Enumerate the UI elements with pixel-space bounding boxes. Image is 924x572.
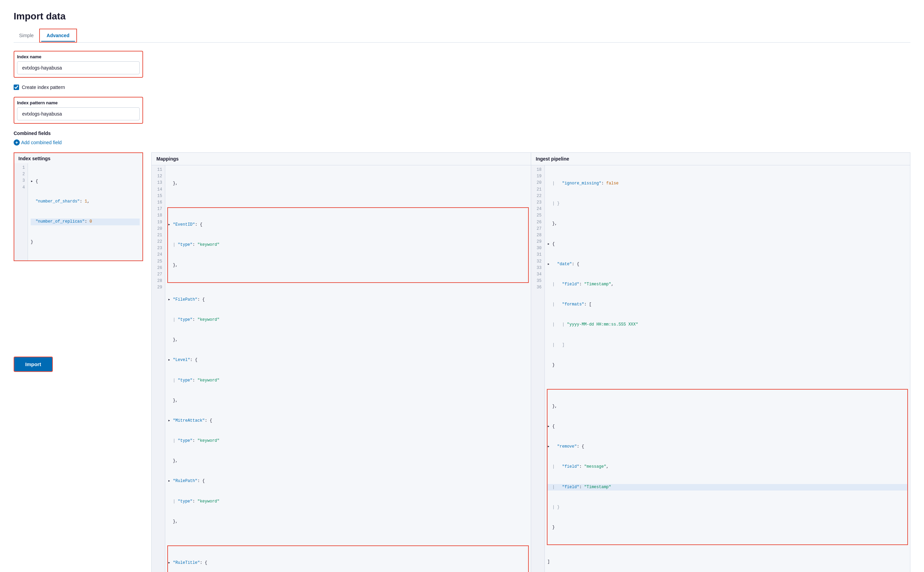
ingest-line-numbers: 18 19 20 21 22 23 24 25 26 27 28 29 30 3…: [531, 165, 545, 572]
code-line: },: [168, 337, 528, 343]
code-line: | "field": "Timestamp",: [547, 281, 908, 288]
left-section: Index settings 1 2 3 4 ▸ { "number_of_sh…: [14, 152, 143, 372]
index-name-label: Index name: [17, 54, 140, 59]
code-line: },: [547, 221, 908, 227]
code-line: }: [31, 239, 140, 246]
code-line: ▸ "remove": {: [547, 443, 908, 450]
index-settings-header: Index settings: [14, 153, 143, 163]
code-line: | "type": "keyword": [168, 242, 528, 248]
code-line: "number_of_shards": 1,: [31, 198, 140, 205]
ingest-code-body: 18 19 20 21 22 23 24 25 26 27 28 29 30 3…: [531, 165, 910, 572]
index-settings-code: 1 2 3 4 ▸ { "number_of_shards": 1, "numb…: [14, 163, 143, 260]
code-line: },: [168, 180, 528, 187]
code-line: ]: [547, 559, 908, 565]
ingest-pipeline-panel: Ingest pipeline 18 19 20 21 22 23 24 25 …: [531, 152, 911, 572]
code-line: | "type": "keyword": [168, 498, 528, 505]
ingest-pipeline-title: Ingest pipeline: [531, 153, 910, 165]
tab-advanced[interactable]: Advanced: [41, 30, 75, 42]
index-settings-box: Index settings 1 2 3 4 ▸ { "number_of_sh…: [14, 152, 143, 261]
mappings-code-body: 11 12 13 14 15 16 17 18 19 20 21 22 23 2…: [152, 165, 531, 572]
combined-fields-title: Combined fields: [14, 131, 910, 136]
code-line: | ]: [547, 342, 908, 348]
code-line: | | "yyyy-MM-dd HH:mm:ss.SSS XXX": [547, 322, 908, 328]
create-index-pattern-checkbox[interactable]: [14, 84, 19, 90]
code-line: },: [168, 458, 528, 464]
mappings-line-numbers: 11 12 13 14 15 16 17 18 19 20 21 22 23 2…: [152, 165, 165, 572]
code-line: ▸ "MitreAttack": {: [168, 418, 528, 424]
tab-simple[interactable]: Simple: [14, 30, 39, 42]
main-layout: Index settings 1 2 3 4 ▸ { "number_of_sh…: [14, 152, 910, 572]
code-line: ▸ "Level": {: [168, 357, 528, 364]
right-panels: Mappings 11 12 13 14 15 16 17 18 19 20 2…: [151, 152, 910, 572]
code-line: }: [547, 524, 908, 531]
code-line: | "formats": [: [547, 302, 908, 308]
add-combined-field-link[interactable]: + Add combined field: [14, 140, 910, 146]
code-line: | "field": "Timestamp": [547, 484, 908, 491]
plus-icon: +: [14, 140, 20, 146]
import-button[interactable]: Import: [14, 357, 53, 372]
code-line: | "ignore_missing": false: [547, 180, 908, 187]
code-line: },: [168, 398, 528, 404]
code-line: ▸ {: [547, 241, 908, 247]
ingest-code-content: | "ignore_missing": false | } }, ▸ { ▸ "…: [545, 165, 910, 572]
tab-bar: Simple Advanced: [14, 29, 910, 43]
code-line: "number_of_replicas": 0: [31, 219, 140, 225]
create-index-pattern-row: Create index pattern: [14, 84, 910, 90]
mappings-code-content: }, ▸ "EventID": { | "type": "keyword" },…: [165, 165, 531, 572]
code-line: ▸ {: [547, 423, 908, 430]
code-line: ▸ "date": {: [547, 261, 908, 267]
code-line: ▸ "FilePath": {: [168, 297, 528, 303]
code-line: },: [168, 519, 528, 525]
code-line: | "type": "keyword": [168, 438, 528, 444]
index-pattern-name-input[interactable]: [17, 107, 140, 120]
add-combined-field-label: Add combined field: [21, 140, 62, 145]
index-name-section: Index name: [14, 51, 910, 78]
index-settings-line-numbers: 1 2 3 4: [14, 163, 28, 260]
index-pattern-name-label: Index pattern name: [17, 100, 140, 105]
index-pattern-name-section: Index pattern name: [14, 97, 910, 124]
import-button-container: Import: [14, 357, 143, 372]
code-line: ▸ "EventID": {: [168, 222, 528, 228]
code-line: },: [168, 262, 528, 269]
code-line: | "field": "message",: [547, 463, 908, 470]
index-name-input[interactable]: [17, 61, 140, 74]
mappings-title: Mappings: [152, 153, 531, 165]
code-line: ▸ "RuleTitle": {: [168, 560, 528, 566]
code-line: ▸ "RulePath": {: [168, 478, 528, 484]
code-line: | "type": "keyword": [168, 317, 528, 323]
code-line: }: [547, 362, 908, 368]
mappings-panel: Mappings 11 12 13 14 15 16 17 18 19 20 2…: [151, 152, 531, 572]
code-line: | }: [547, 201, 908, 207]
code-line: | }: [547, 504, 908, 511]
page-title: Import data: [14, 11, 910, 22]
code-line: },: [547, 403, 908, 410]
code-line: | "type": "keyword": [168, 377, 528, 384]
code-line: ▸ {: [31, 178, 140, 185]
index-settings-code-content: ▸ { "number_of_shards": 1, "number_of_re…: [28, 163, 143, 260]
create-index-pattern-label: Create index pattern: [22, 84, 65, 90]
